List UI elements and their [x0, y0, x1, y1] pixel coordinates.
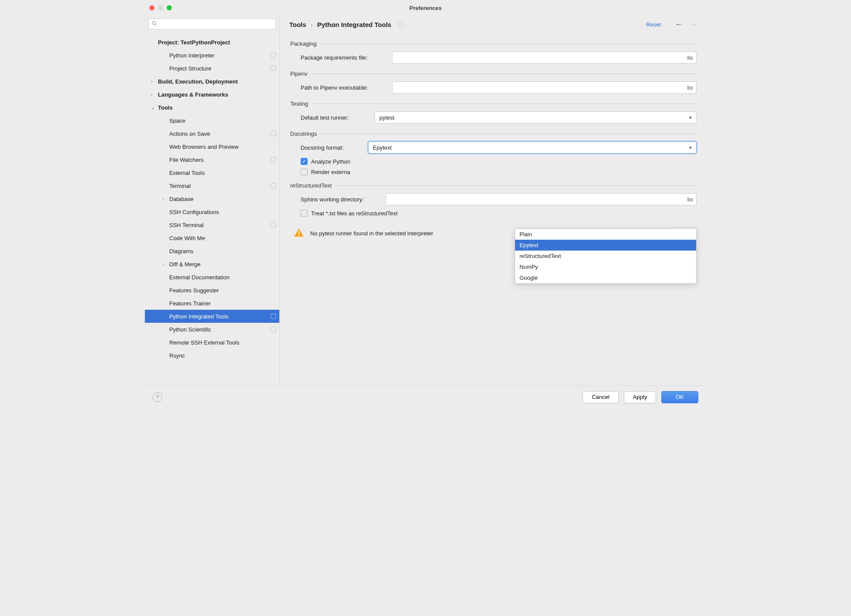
- warning-icon: [294, 228, 310, 239]
- scope-icon: [271, 183, 276, 188]
- tree-tools-web-browsers[interactable]: Web Browsers and Preview: [145, 140, 279, 153]
- breadcrumb-root[interactable]: Tools: [289, 21, 306, 28]
- tree-tools-python-scientific[interactable]: Python Scientific: [145, 323, 279, 336]
- forward-button: →: [689, 20, 697, 29]
- breadcrumb-leaf: Python Integrated Tools: [317, 21, 392, 28]
- render-checkbox[interactable]: [301, 168, 308, 175]
- ok-button[interactable]: OK: [661, 391, 698, 403]
- back-button[interactable]: ←: [675, 20, 683, 29]
- treat-txt-label: Treat *.txt files as reStructuredText: [311, 210, 398, 217]
- browse-icon[interactable]: [687, 84, 694, 90]
- dd-option-plain[interactable]: Plain: [515, 229, 696, 240]
- scope-icon: [398, 22, 403, 27]
- tree-tools-database[interactable]: ›Database: [145, 192, 279, 205]
- svg-rect-2: [298, 231, 299, 234]
- scope-icon: [271, 131, 276, 136]
- tree-build[interactable]: ›Build, Execution, Deployment: [145, 75, 279, 88]
- test-runner-label: Default test runner:: [301, 114, 375, 121]
- docstring-format-label: Docstring format:: [301, 144, 368, 151]
- reset-link[interactable]: Reset: [646, 21, 661, 28]
- dd-option-epytext[interactable]: Epytext: [515, 240, 696, 251]
- search-input[interactable]: [159, 20, 273, 28]
- tree-tools-python-integrated[interactable]: Python Integrated Tools: [145, 310, 279, 323]
- dd-option-rst[interactable]: reStructuredText: [515, 251, 696, 261]
- tree-project-structure[interactable]: Project Structure: [145, 62, 279, 75]
- tree-tools-external-tools[interactable]: External Tools: [145, 166, 279, 179]
- package-req-label: Package requirements file:: [301, 54, 392, 61]
- package-req-input[interactable]: [392, 51, 697, 64]
- section-pipenv-legend: Pipenv: [289, 70, 312, 77]
- svg-rect-3: [298, 235, 299, 236]
- test-runner-value: pytest: [379, 114, 395, 121]
- tree-tools-ssh-terminal[interactable]: SSH Terminal: [145, 218, 279, 231]
- tree-tools-ssh-config[interactable]: SSH Configurations: [145, 205, 279, 218]
- tree-tools-space[interactable]: Space: [145, 114, 279, 127]
- pipenv-path-input[interactable]: [392, 81, 697, 94]
- dd-option-google[interactable]: Google: [515, 272, 696, 283]
- browse-icon[interactable]: [687, 54, 694, 60]
- tree-tools-features-trainer[interactable]: Features Trainer: [145, 297, 279, 310]
- render-label: Render externa: [311, 169, 350, 175]
- test-runner-select[interactable]: pytest ▼: [375, 111, 697, 124]
- analyze-checkbox[interactable]: [301, 158, 308, 165]
- tree-languages[interactable]: ›Languages & Frameworks: [145, 88, 279, 101]
- section-docstrings-legend: Docstrings: [289, 131, 321, 137]
- svg-point-0: [152, 21, 155, 24]
- tree-tools-terminal[interactable]: Terminal: [145, 179, 279, 192]
- scope-icon: [271, 327, 276, 332]
- window-title: Preferences: [145, 5, 706, 11]
- tree-tools-rsync[interactable]: Rsync: [145, 349, 279, 362]
- chevron-right-icon: ›: [311, 21, 313, 28]
- docstring-format-dropdown[interactable]: Plain Epytext reStructuredText NumPy Goo…: [515, 228, 697, 284]
- warning-text: No pytest runner found in the selected i…: [310, 230, 433, 237]
- sphinx-input[interactable]: [385, 193, 697, 205]
- tree-python-interpreter[interactable]: Python Interpreter: [145, 49, 279, 62]
- section-packaging-legend: Packaging: [289, 40, 321, 47]
- tree-tools-file-watchers[interactable]: File Watchers: [145, 153, 279, 166]
- tree-tools-external-doc[interactable]: External Documentation: [145, 271, 279, 284]
- tree-tools-diagrams[interactable]: Diagrams: [145, 244, 279, 258]
- apply-button[interactable]: Apply: [624, 391, 657, 403]
- tree-project[interactable]: Project: TestPythonProject: [145, 36, 279, 49]
- sidebar: Project: TestPythonProject Python Interp…: [145, 16, 280, 385]
- search-icon: [151, 20, 157, 28]
- caret-down-icon: ▼: [688, 145, 693, 150]
- treat-txt-checkbox[interactable]: [301, 210, 308, 217]
- content-header: Tools › Python Integrated Tools Reset ← …: [280, 16, 706, 33]
- tree-tools-features-suggester[interactable]: Features Suggester: [145, 284, 279, 297]
- tree-tools-diff-merge[interactable]: ›Diff & Merge: [145, 258, 279, 271]
- tree-tools[interactable]: ⌄Tools: [145, 101, 279, 114]
- titlebar: Preferences: [145, 0, 706, 16]
- sphinx-label: Sphinx working directory:: [301, 196, 385, 203]
- scope-icon: [271, 66, 276, 71]
- breadcrumb: Tools › Python Integrated Tools: [289, 21, 403, 28]
- pipenv-path-label: Path to Pipenv executable:: [301, 84, 392, 91]
- cancel-button[interactable]: Cancel: [583, 391, 618, 403]
- tree-tools-remote-ssh-ext[interactable]: Remote SSH External Tools: [145, 336, 279, 349]
- svg-line-1: [155, 24, 157, 25]
- docstring-format-value: Epytext: [373, 144, 392, 151]
- help-button[interactable]: ?: [153, 392, 162, 402]
- settings-tree: Project: TestPythonProject Python Interp…: [145, 32, 279, 362]
- footer: ? Cancel Apply OK: [145, 385, 706, 408]
- scope-icon: [271, 157, 276, 162]
- tree-tools-actions-on-save[interactable]: Actions on Save: [145, 127, 279, 140]
- section-rst-legend: reStructuredText: [289, 182, 336, 189]
- scope-icon: [271, 222, 276, 228]
- dd-option-numpy[interactable]: NumPy: [515, 261, 696, 272]
- docstring-format-select[interactable]: Epytext ▼: [368, 141, 697, 154]
- section-testing-legend: Testing: [289, 100, 312, 107]
- tree-tools-code-with-me[interactable]: Code With Me: [145, 231, 279, 244]
- browse-icon[interactable]: [687, 196, 694, 202]
- search-input-wrapper[interactable]: [148, 18, 276, 30]
- analyze-label: Analyze Python: [311, 158, 350, 165]
- caret-down-icon: ▼: [688, 115, 693, 120]
- scope-icon: [271, 53, 276, 58]
- scope-icon: [271, 314, 276, 319]
